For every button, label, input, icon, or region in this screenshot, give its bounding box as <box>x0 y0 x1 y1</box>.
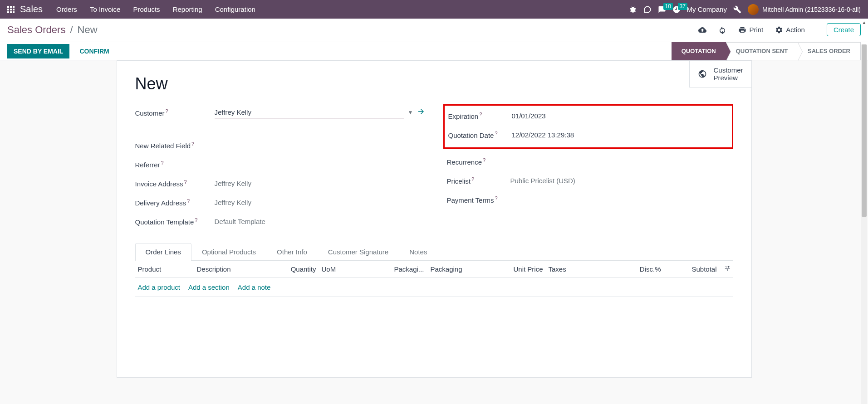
th-uom: UoM <box>319 265 392 273</box>
messages-badge: 10 <box>663 3 673 10</box>
globe-icon <box>698 69 707 78</box>
th-disc: Disc.% <box>618 265 664 273</box>
tab-customer-signature[interactable]: Customer Signature <box>318 243 399 260</box>
quotation-date-label: Quotation Date? <box>448 131 512 139</box>
delivery-address-value[interactable]: Jeffrey Kelly <box>215 199 425 206</box>
th-taxes: Taxes <box>546 265 618 273</box>
expiration-label: Expiration? <box>448 112 512 120</box>
username: Mitchell Admin (21523336-16-0-all) <box>762 6 861 13</box>
add-product-link[interactable]: Add a product <box>138 283 180 291</box>
apps-icon[interactable] <box>4 2 18 17</box>
customer-preview-line1: Customer <box>713 66 743 74</box>
invoice-address-label: Invoice Address? <box>135 179 215 188</box>
save-cloud-button[interactable] <box>698 26 706 34</box>
nav-configuration[interactable]: Configuration <box>209 5 262 13</box>
stage-quotation[interactable]: QUOTATION <box>672 42 726 60</box>
print-label: Print <box>749 26 763 34</box>
referrer-label: Referrer? <box>135 160 215 169</box>
pricelist-label: Pricelist? <box>447 176 510 185</box>
add-section-link[interactable]: Add a section <box>188 283 230 291</box>
support-icon[interactable] <box>643 5 652 14</box>
customer-label: Customer? <box>135 108 215 117</box>
tabs: Order Lines Optional Products Other Info… <box>135 243 733 261</box>
action-button[interactable]: Action <box>775 26 805 34</box>
activities-icon[interactable]: 37 <box>672 5 681 14</box>
delivery-address-label: Delivery Address? <box>135 198 215 207</box>
th-unit-price: Unit Price <box>500 265 546 273</box>
svg-rect-0 <box>7 6 9 8</box>
stage-quotation-sent[interactable]: QUOTATION SENT <box>726 42 798 60</box>
th-subtotal: Subtotal <box>664 265 720 273</box>
breadcrumb: Sales Orders / New <box>7 24 98 36</box>
company-selector[interactable]: My Company <box>687 5 727 13</box>
th-packaging: Packaging <box>428 265 500 273</box>
nav-orders[interactable]: Orders <box>50 5 83 13</box>
activities-badge: 37 <box>678 3 687 10</box>
customer-preview-button[interactable]: Customer Preview <box>689 61 751 88</box>
confirm-button[interactable]: CONFIRM <box>73 44 115 58</box>
scrollbar-thumb[interactable] <box>862 44 867 217</box>
brand[interactable]: Sales <box>18 4 50 15</box>
breadcrumb-sep: / <box>70 24 73 36</box>
scrollbar[interactable]: ▲ <box>861 44 867 378</box>
print-button[interactable]: Print <box>738 26 763 34</box>
customer-input[interactable] <box>215 107 404 118</box>
status-bar: SEND BY EMAIL CONFIRM QUOTATION QUOTATIO… <box>0 42 868 60</box>
svg-rect-5 <box>13 9 15 10</box>
nav-reporting[interactable]: Reporting <box>167 5 209 13</box>
send-by-email-button[interactable]: SEND BY EMAIL <box>7 44 69 58</box>
avatar <box>748 4 759 15</box>
quotation-date-value[interactable]: 12/02/2022 13:29:38 <box>512 131 728 139</box>
recurrence-label: Recurrence? <box>447 157 510 166</box>
th-product: Product <box>135 265 194 273</box>
customer-open-icon[interactable] <box>417 107 425 117</box>
add-row: Add a product Add a section Add a note <box>135 278 733 297</box>
th-description: Description <box>194 265 274 273</box>
page-title: New <box>135 74 733 93</box>
discard-button[interactable] <box>718 26 726 34</box>
th-packagi: Packagi... <box>392 265 428 273</box>
messages-icon[interactable]: 10 <box>658 5 666 14</box>
payment-terms-label: Payment Terms? <box>447 195 510 204</box>
new-related-field-label: New Related Field? <box>135 141 215 150</box>
quotation-template-label: Quotation Template? <box>135 217 215 226</box>
th-options-icon[interactable] <box>720 265 733 273</box>
scroll-up-icon[interactable]: ▲ <box>861 19 867 25</box>
svg-rect-6 <box>7 11 9 13</box>
svg-rect-8 <box>13 11 15 13</box>
breadcrumb-current: New <box>78 24 98 36</box>
customer-preview-line2: Preview <box>713 74 743 82</box>
add-note-link[interactable]: Add a note <box>238 283 271 291</box>
nav-products[interactable]: Products <box>127 5 166 13</box>
tab-order-lines[interactable]: Order Lines <box>135 243 191 261</box>
order-lines-table: Product Description Quantity UoM Packagi… <box>135 261 733 297</box>
customer-dropdown-icon[interactable]: ▼ <box>408 109 413 116</box>
svg-rect-2 <box>13 6 15 8</box>
th-quantity: Quantity <box>274 265 319 273</box>
table-header: Product Description Quantity UoM Packagi… <box>135 261 733 278</box>
svg-rect-4 <box>10 9 12 10</box>
tab-other-info[interactable]: Other Info <box>266 243 318 260</box>
tools-icon[interactable] <box>733 5 741 14</box>
svg-rect-3 <box>7 9 9 10</box>
action-label: Action <box>786 26 805 34</box>
create-button[interactable]: Create <box>827 23 861 36</box>
svg-rect-7 <box>10 11 12 13</box>
pricelist-value[interactable]: Public Pricelist (USD) <box>510 177 730 185</box>
navbar: Sales Orders To Invoice Products Reporti… <box>0 0 868 19</box>
expiration-value[interactable]: 01/01/2023 <box>512 112 728 120</box>
highlighted-fields: Expiration? 01/01/2023 Quotation Date? 1… <box>443 104 733 149</box>
form-sheet: Customer Preview New Customer? ▼ <box>117 60 752 378</box>
invoice-address-value[interactable]: Jeffrey Kelly <box>215 180 425 187</box>
stage-sales-order[interactable]: SALES ORDER <box>798 42 861 60</box>
user-menu[interactable]: Mitchell Admin (21523336-16-0-all) <box>748 4 861 15</box>
stages: QUOTATION QUOTATION SENT SALES ORDER <box>672 42 861 60</box>
bug-icon[interactable] <box>629 5 637 14</box>
breadcrumb-root[interactable]: Sales Orders <box>7 24 65 36</box>
tab-notes[interactable]: Notes <box>399 243 437 260</box>
control-panel: Sales Orders / New Print Action Create <box>0 19 868 42</box>
nav-to-invoice[interactable]: To Invoice <box>83 5 127 13</box>
quotation-template-value[interactable]: Default Template <box>215 218 425 225</box>
tab-optional-products[interactable]: Optional Products <box>191 243 266 260</box>
svg-rect-1 <box>10 6 12 8</box>
